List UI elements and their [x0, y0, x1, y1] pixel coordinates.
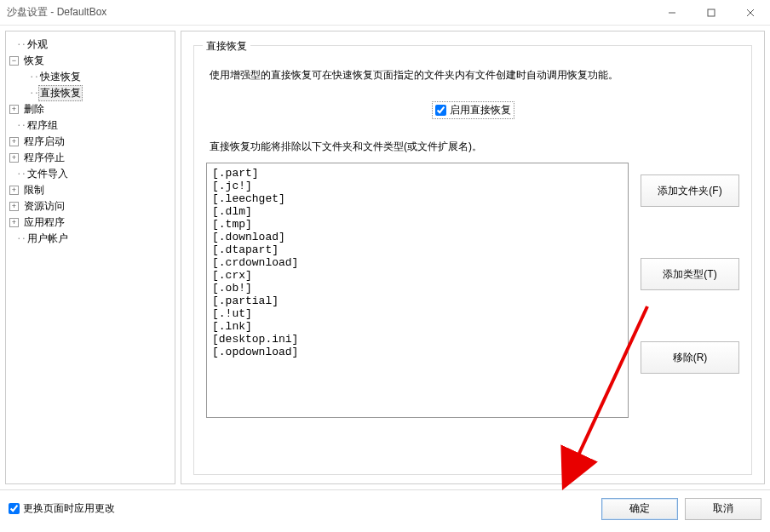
tree-item[interactable]: ·· 直接恢复	[9, 85, 171, 101]
tree-item-label: 资源访问	[22, 199, 66, 214]
cancel-button[interactable]: 取消	[685, 498, 761, 520]
group-title: 直接恢复	[203, 39, 250, 54]
tree-item-label: 恢复	[22, 54, 46, 68]
expand-icon[interactable]: +	[9, 137, 19, 146]
tree-item-label: 删除	[22, 102, 46, 117]
tree-item[interactable]: +程序启动	[9, 134, 171, 150]
tree-item-label: 外观	[26, 37, 49, 52]
tree-item[interactable]: ·· 程序组	[9, 117, 171, 134]
enable-direct-recovery-checkbox[interactable]: 启用直接恢复	[432, 101, 514, 119]
enable-checkbox-label: 启用直接恢复	[450, 103, 511, 117]
tree-item[interactable]: +限制	[9, 182, 171, 198]
tree-item-label: 用户帐户	[26, 232, 70, 246]
tree-item-label: 文件导入	[26, 167, 70, 181]
apply-checkbox-label: 更换页面时应用更改	[23, 501, 115, 516]
tree-item[interactable]: +程序停止	[9, 150, 171, 166]
content-panel: 直接恢复 使用增强型的直接恢复可在快速恢复页面指定的文件夹内有文件创建时自动调用…	[181, 31, 765, 484]
tree-item[interactable]: +应用程序	[9, 215, 171, 231]
main-area: ·· 外观−恢复·· 快速恢复·· 直接恢复+删除·· 程序组+程序启动+程序停…	[0, 26, 770, 489]
expand-icon[interactable]: +	[9, 218, 19, 227]
apply-on-navigate-checkbox[interactable]: 更换页面时应用更改	[9, 501, 115, 516]
description-1: 使用增强型的直接恢复可在快速恢复页面指定的文件夹内有文件创建时自动调用恢复功能。	[210, 68, 736, 83]
tree-item[interactable]: +删除	[9, 101, 171, 117]
enable-checkbox-input[interactable]	[435, 105, 446, 116]
tree-item-label: 程序启动	[22, 134, 66, 149]
tree-item[interactable]: ·· 外观	[9, 37, 171, 53]
tree-item-label: 程序停止	[22, 151, 66, 165]
window-controls	[652, 0, 770, 26]
titlebar: 沙盘设置 - DefaultBox	[0, 0, 770, 26]
expand-icon[interactable]: +	[9, 186, 19, 195]
minimize-button[interactable]	[652, 0, 692, 26]
expand-icon[interactable]: +	[9, 202, 19, 211]
description-2: 直接恢复功能将排除以下文件夹和文件类型(或文件扩展名)。	[210, 140, 736, 154]
ok-button[interactable]: 确定	[601, 498, 678, 520]
tree-item-label: 应用程序	[22, 215, 66, 230]
enable-checkbox-row: 启用直接恢复	[206, 101, 739, 119]
exclusion-listbox[interactable]: [.part] [.jc!] [.leechget] [.dlm] [.tmp]…	[206, 163, 629, 418]
exclusion-area: [.part] [.jc!] [.leechget] [.dlm] [.tmp]…	[206, 163, 739, 418]
tree-item[interactable]: +资源访问	[9, 198, 171, 215]
window-title: 沙盘设置 - DefaultBox	[7, 5, 652, 20]
expand-icon[interactable]: +	[9, 153, 19, 163]
add-type-button[interactable]: 添加类型(T)	[641, 258, 739, 290]
tree-item[interactable]: ·· 用户帐户	[9, 231, 171, 247]
apply-checkbox-input[interactable]	[9, 503, 20, 514]
list-buttons: 添加文件夹(F) 添加类型(T) 移除(R)	[641, 163, 739, 418]
collapse-icon[interactable]: −	[9, 56, 19, 66]
direct-recovery-group: 直接恢复 使用增强型的直接恢复可在快速恢复页面指定的文件夹内有文件创建时自动调用…	[193, 45, 752, 475]
maximize-button[interactable]	[692, 0, 731, 26]
tree-item-label: 程序组	[26, 118, 60, 133]
tree-item-label: 直接恢复	[38, 85, 83, 101]
nav-tree[interactable]: ·· 外观−恢复·· 快速恢复·· 直接恢复+删除·· 程序组+程序启动+程序停…	[5, 31, 175, 484]
bottombar: 更换页面时应用更改 确定 取消	[0, 489, 770, 527]
tree-item[interactable]: ·· 文件导入	[9, 166, 171, 182]
tree-item-label: 快速恢复	[38, 70, 83, 84]
tree-item[interactable]: −恢复	[9, 53, 171, 69]
close-button[interactable]	[731, 0, 770, 26]
tree-item[interactable]: ·· 快速恢复	[9, 69, 171, 85]
tree-item-label: 限制	[22, 183, 46, 197]
add-folder-button[interactable]: 添加文件夹(F)	[641, 174, 739, 207]
expand-icon[interactable]: +	[9, 105, 19, 114]
remove-button[interactable]: 移除(R)	[641, 341, 739, 374]
svg-rect-1	[708, 9, 715, 16]
